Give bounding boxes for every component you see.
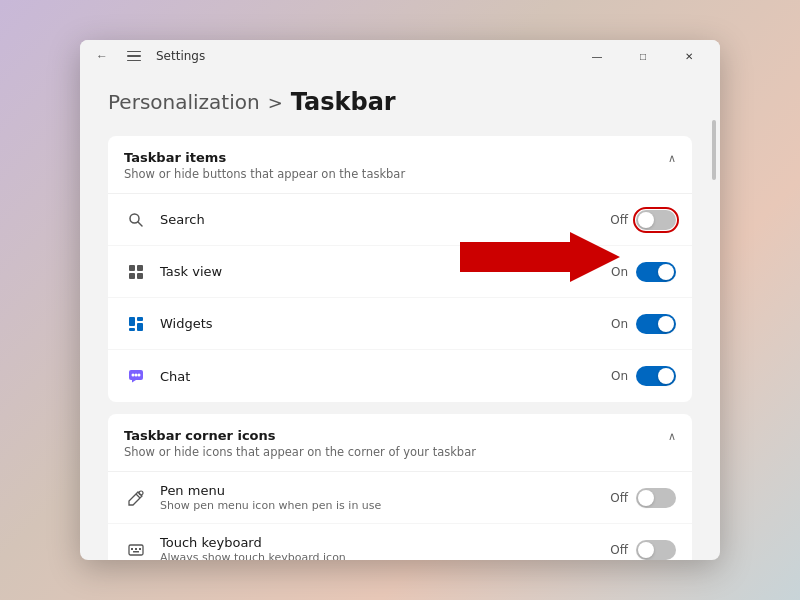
taskbar-items-title: Taskbar items xyxy=(124,150,405,165)
touch-keyboard-state-label: Off xyxy=(610,543,628,557)
window-controls: — □ ✕ xyxy=(574,40,712,72)
widgets-toggle[interactable] xyxy=(636,314,676,334)
touch-keyboard-setting-row: Touch keyboard Always show touch keyboar… xyxy=(108,524,692,560)
titlebar: ← Settings — □ ✕ xyxy=(80,40,720,72)
pen-menu-desc: Show pen menu icon when pen is in use xyxy=(160,499,610,512)
task-view-toggle-slider xyxy=(636,262,676,282)
search-toggle-slider xyxy=(636,210,676,230)
chat-setting-row: Chat On xyxy=(108,350,692,402)
taskbar-items-collapse[interactable]: ∧ xyxy=(668,152,676,165)
svg-rect-5 xyxy=(137,273,143,279)
chat-control: On xyxy=(611,366,676,386)
minimize-button[interactable]: — xyxy=(574,40,620,72)
svg-rect-20 xyxy=(133,551,139,553)
breadcrumb-separator: > xyxy=(268,92,283,113)
svg-line-1 xyxy=(138,222,142,226)
touch-keyboard-desc: Always show touch keyboard icon xyxy=(160,551,610,560)
svg-rect-8 xyxy=(137,323,143,331)
svg-rect-7 xyxy=(137,317,143,321)
svg-point-13 xyxy=(138,374,141,377)
widgets-setting-row: Widgets On xyxy=(108,298,692,350)
svg-rect-17 xyxy=(131,548,133,550)
taskbar-items-subtitle: Show or hide buttons that appear on the … xyxy=(124,167,405,181)
svg-rect-19 xyxy=(139,548,141,550)
chat-toggle[interactable] xyxy=(636,366,676,386)
touch-keyboard-control: Off xyxy=(610,540,676,560)
pen-menu-icon xyxy=(124,486,148,510)
window-title: Settings xyxy=(156,49,205,63)
search-toggle[interactable] xyxy=(636,210,676,230)
breadcrumb-parent[interactable]: Personalization xyxy=(108,90,260,114)
pen-menu-label: Pen menu xyxy=(160,483,610,498)
svg-rect-9 xyxy=(129,328,135,331)
pen-menu-state-label: Off xyxy=(610,491,628,505)
taskbar-corner-icons-collapse[interactable]: ∧ xyxy=(668,430,676,443)
settings-window: ← Settings — □ ✕ Personalization > Taskb… xyxy=(80,40,720,560)
taskbar-corner-icons-subtitle: Show or hide icons that appear on the co… xyxy=(124,445,476,459)
taskbar-corner-icons-header: Taskbar corner icons Show or hide icons … xyxy=(108,414,692,472)
pen-menu-control: Off xyxy=(610,488,676,508)
search-control: Off xyxy=(610,210,676,230)
task-view-state-label: On xyxy=(611,265,628,279)
widgets-control: On xyxy=(611,314,676,334)
scrollbar-track[interactable] xyxy=(711,120,717,552)
pen-menu-toggle[interactable] xyxy=(636,488,676,508)
widgets-toggle-slider xyxy=(636,314,676,334)
menu-button[interactable] xyxy=(120,42,148,70)
widgets-state-label: On xyxy=(611,317,628,331)
pen-menu-toggle-slider xyxy=(636,488,676,508)
scrollbar-thumb[interactable] xyxy=(712,120,716,180)
search-icon xyxy=(124,208,148,232)
widgets-icon xyxy=(124,312,148,336)
touch-keyboard-toggle-slider xyxy=(636,540,676,560)
task-view-label: Task view xyxy=(160,264,611,279)
task-view-toggle[interactable] xyxy=(636,262,676,282)
svg-point-12 xyxy=(135,374,138,377)
svg-rect-6 xyxy=(129,317,135,326)
svg-rect-4 xyxy=(129,273,135,279)
chat-label: Chat xyxy=(160,369,611,384)
chat-icon xyxy=(124,364,148,388)
taskbar-corner-icons-section: Taskbar corner icons Show or hide icons … xyxy=(108,414,692,560)
svg-rect-2 xyxy=(129,265,135,271)
pen-menu-setting-row: Pen menu Show pen menu icon when pen is … xyxy=(108,472,692,524)
touch-keyboard-icon xyxy=(124,538,148,561)
svg-rect-18 xyxy=(135,548,137,550)
maximize-button[interactable]: □ xyxy=(620,40,666,72)
task-view-icon xyxy=(124,260,148,284)
scroll-area[interactable]: Taskbar items Show or hide buttons that … xyxy=(108,136,692,560)
touch-keyboard-label: Touch keyboard xyxy=(160,535,610,550)
page-content: Personalization > Taskbar Taskbar items … xyxy=(80,72,720,560)
taskbar-items-section: Taskbar items Show or hide buttons that … xyxy=(108,136,692,402)
chat-state-label: On xyxy=(611,369,628,383)
back-button[interactable]: ← xyxy=(88,42,116,70)
search-setting-row: Search Off xyxy=(108,194,692,246)
close-button[interactable]: ✕ xyxy=(666,40,712,72)
svg-point-11 xyxy=(132,374,135,377)
taskbar-corner-icons-title: Taskbar corner icons xyxy=(124,428,476,443)
search-state-label: Off xyxy=(610,213,628,227)
widgets-label: Widgets xyxy=(160,316,611,331)
task-view-control: On xyxy=(611,262,676,282)
search-label: Search xyxy=(160,212,610,227)
breadcrumb-current: Taskbar xyxy=(291,88,396,116)
chat-toggle-slider xyxy=(636,366,676,386)
taskbar-items-header: Taskbar items Show or hide buttons that … xyxy=(108,136,692,194)
touch-keyboard-toggle[interactable] xyxy=(636,540,676,560)
svg-rect-3 xyxy=(137,265,143,271)
breadcrumb: Personalization > Taskbar xyxy=(108,88,692,116)
task-view-setting-row: Task view On xyxy=(108,246,692,298)
titlebar-nav: ← Settings xyxy=(88,42,205,70)
